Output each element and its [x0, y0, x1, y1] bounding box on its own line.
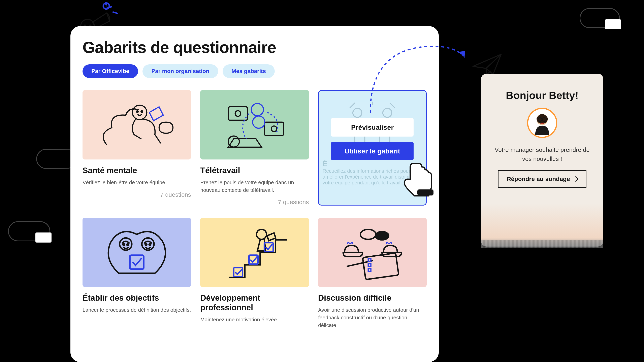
- svg-point-31: [360, 229, 376, 239]
- template-card-goals[interactable]: Établir des objectifs Lancer le processu…: [82, 218, 191, 332]
- svg-point-13: [251, 103, 264, 116]
- notification-greeting: Bonjour Betty!: [492, 89, 592, 101]
- card-desc: Recueillez des informations riches pour …: [322, 168, 422, 186]
- svg-point-22: [123, 244, 124, 245]
- svg-point-27: [256, 229, 267, 239]
- paper-plane-icon: [471, 52, 503, 76]
- tab-by-organization[interactable]: Par mon organisation: [142, 64, 218, 78]
- svg-point-15: [353, 108, 362, 117]
- respond-survey-button[interactable]: Répondre au sondage: [498, 170, 586, 188]
- svg-rect-35: [368, 264, 371, 266]
- svg-rect-9: [228, 107, 248, 120]
- card-illustration: [200, 218, 309, 287]
- avatar: [527, 108, 557, 138]
- card-desc: Vérifiez le bien-être de votre équipe.: [82, 179, 191, 186]
- card-title: É: [322, 160, 422, 168]
- svg-point-24: [145, 244, 147, 245]
- survey-notification-card: Bonjour Betty! Votre manager souhaite pr…: [481, 74, 603, 247]
- notification-body: Votre manager souhaite prendre de vos no…: [492, 145, 592, 163]
- chevron-right-icon: [573, 176, 578, 182]
- page-title: Gabarits de questionnaire: [82, 38, 427, 57]
- svg-point-5: [132, 105, 147, 120]
- filter-tabs: Par Officevibe Par mon organisation Mes …: [82, 64, 427, 78]
- card-title: Télétravail: [200, 166, 309, 175]
- svg-point-25: [149, 244, 150, 245]
- card-shadow-noise: [481, 240, 603, 248]
- svg-rect-11: [264, 122, 284, 135]
- card-title: Établir des objectifs: [82, 293, 191, 303]
- svg-rect-34: [368, 258, 371, 261]
- svg-text:?: ?: [105, 3, 108, 9]
- svg-rect-36: [368, 269, 371, 271]
- svg-point-10: [235, 111, 241, 116]
- tab-by-officevibe[interactable]: Par Officevibe: [82, 64, 138, 78]
- card-desc: Prenez le pouls de votre équipe dans un …: [200, 179, 309, 194]
- card-illustration: [318, 218, 427, 287]
- use-template-button[interactable]: Utiliser le gabarit: [331, 142, 414, 160]
- card-illustration: [200, 90, 309, 159]
- card-title: Développement professionnel: [200, 293, 309, 312]
- card-question-count: 7 questions: [82, 191, 191, 198]
- svg-point-23: [127, 244, 128, 245]
- template-card-hovered[interactable]: Prévisualiser Utiliser le gabarit É Recu…: [318, 90, 427, 206]
- card-desc: Maintenez une motivation élevée: [200, 316, 309, 324]
- svg-rect-19: [418, 189, 434, 195]
- svg-point-32: [375, 232, 388, 240]
- preview-button[interactable]: Prévisualiser: [331, 118, 414, 137]
- templates-panel: Gabarits de questionnaire Par Officevibe…: [70, 26, 439, 362]
- template-card-pro-dev[interactable]: Développement professionnel Maintenez un…: [200, 218, 309, 332]
- card-question-count: 7 questions: [200, 199, 309, 206]
- svg-point-16: [383, 108, 392, 117]
- tab-my-templates[interactable]: Mes gabarits: [222, 64, 275, 78]
- template-card-remote-work[interactable]: Télétravail Prenez le pouls de votre équ…: [200, 90, 309, 206]
- card-desc: Lancer le processus de définition des ob…: [82, 306, 191, 314]
- svg-point-6: [136, 111, 138, 112]
- cloud-doodle: [8, 221, 50, 241]
- respond-survey-label: Répondre au sondage: [506, 176, 570, 182]
- svg-rect-26: [130, 255, 144, 269]
- card-title: Santé mentale: [82, 166, 191, 175]
- svg-point-12: [271, 126, 277, 131]
- card-illustration: [82, 90, 191, 159]
- template-card-mental-health[interactable]: Santé mentale Vérifiez le bien-être de v…: [82, 90, 191, 206]
- card-title: Discussion difficile: [318, 293, 427, 303]
- card-desc: Avoir une discussion productive autour d…: [318, 306, 427, 329]
- svg-point-14: [252, 116, 265, 128]
- card-illustration: [82, 218, 191, 287]
- cloud-doodle: [580, 8, 620, 28]
- template-card-difficult-discussion[interactable]: Discussion difficile Avoir une discussio…: [318, 218, 427, 332]
- template-grid: Santé mentale Vérifiez le bien-être de v…: [82, 90, 427, 332]
- svg-point-7: [141, 111, 142, 112]
